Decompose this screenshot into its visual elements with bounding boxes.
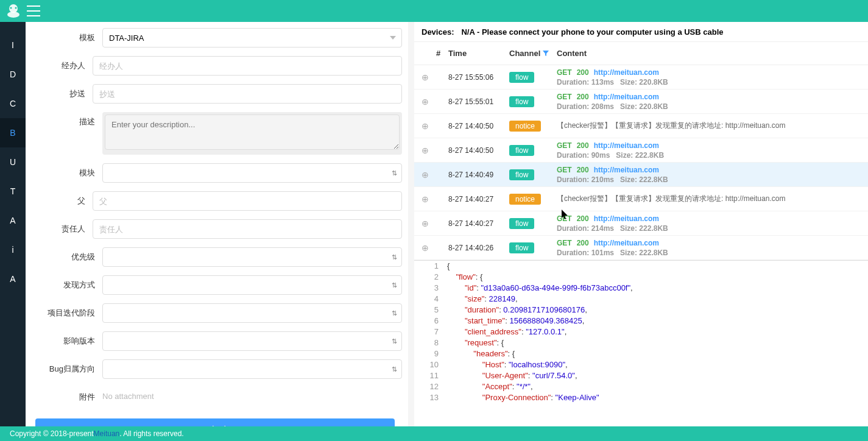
sidebar-item-i[interactable]: I bbox=[0, 30, 26, 60]
footer-suffix: . All rights reserved. bbox=[119, 429, 183, 438]
affected-version-select[interactable] bbox=[102, 331, 402, 351]
table-row[interactable]: ⊕8-27 15:55:06flowGET 200 http://meituan… bbox=[414, 65, 868, 90]
description-textarea[interactable] bbox=[105, 115, 400, 150]
assignee-label: 经办人 bbox=[35, 56, 93, 71]
devices-label: Devices: bbox=[422, 27, 454, 37]
sidebar: IDCBUTAiA bbox=[0, 22, 26, 426]
sidebar-item-d[interactable]: D bbox=[0, 60, 26, 89]
parent-input[interactable] bbox=[93, 191, 402, 211]
owner-label: 责任人 bbox=[35, 219, 93, 235]
log-table: # Time Channel Content ⊕8-27 15:55:06flo… bbox=[414, 41, 868, 260]
expand-icon[interactable]: ⊕ bbox=[414, 219, 436, 228]
header-time: Time bbox=[448, 49, 509, 58]
affected-version-label: 影响版本 bbox=[35, 331, 102, 347]
filter-icon[interactable] bbox=[543, 51, 549, 57]
expand-icon[interactable]: ⊕ bbox=[414, 170, 436, 180]
code-viewer[interactable]: 12345678910111213 { "flow": { "id": "d13… bbox=[414, 260, 868, 426]
footer-copyright: Copyright © 2018-present bbox=[10, 429, 94, 438]
iteration-label: 项目迭代阶段 bbox=[35, 303, 102, 319]
expand-icon[interactable]: ⊕ bbox=[414, 243, 436, 253]
sidebar-item-b[interactable]: B bbox=[0, 118, 26, 147]
form-panel: 模板 DTA-JIRA 经办人 抄送 描述 模块 父 bbox=[26, 22, 408, 426]
sidebar-item-a[interactable]: A bbox=[0, 206, 26, 235]
table-row[interactable]: ⊕8-27 15:55:01flowGET 200 http://meituan… bbox=[414, 90, 868, 114]
sidebar-item-t[interactable]: T bbox=[0, 177, 26, 206]
bug-direction-select[interactable] bbox=[102, 359, 402, 379]
expand-icon[interactable]: ⊕ bbox=[414, 146, 436, 155]
iteration-select[interactable] bbox=[102, 303, 402, 323]
app-logo bbox=[5, 2, 22, 19]
header-content: Content bbox=[557, 49, 868, 58]
expand-icon[interactable]: ⊕ bbox=[414, 97, 436, 107]
module-label: 模块 bbox=[35, 163, 102, 178]
found-method-label: 发现方式 bbox=[35, 275, 102, 291]
template-select[interactable]: DTA-JIRA bbox=[102, 28, 402, 48]
footer: Copyright © 2018-present Meituan . All r… bbox=[0, 426, 868, 441]
table-row[interactable]: ⊕8-27 14:40:27notice【checker报警】【重复请求】发现重… bbox=[414, 187, 868, 211]
bug-direction-label: Bug归属方向 bbox=[35, 359, 102, 375]
svg-point-3 bbox=[7, 12, 19, 18]
attachment-value: No attachment bbox=[102, 387, 154, 401]
parent-label: 父 bbox=[35, 191, 93, 206]
footer-brand-link[interactable]: Meituan bbox=[94, 429, 120, 438]
expand-icon[interactable]: ⊕ bbox=[414, 121, 436, 131]
description-label: 描述 bbox=[35, 112, 102, 127]
expand-icon[interactable]: ⊕ bbox=[414, 194, 436, 204]
hamburger-menu-icon[interactable] bbox=[27, 5, 40, 16]
priority-select[interactable] bbox=[102, 247, 402, 267]
sidebar-item-c[interactable]: C bbox=[0, 89, 26, 118]
expand-icon[interactable]: ⊕ bbox=[414, 72, 436, 82]
header-hash: # bbox=[436, 49, 448, 58]
right-panel: Devices: N/A - Please connect your phone… bbox=[414, 22, 868, 426]
submit-button[interactable]: Submit bbox=[35, 418, 395, 426]
devices-text: N/A - Please connect your phone to your … bbox=[461, 27, 723, 37]
priority-label: 优先级 bbox=[35, 247, 102, 263]
sidebar-item-i[interactable]: i bbox=[0, 235, 26, 264]
table-row[interactable]: ⊕8-27 14:40:50flowGET 200 http://meituan… bbox=[414, 138, 868, 163]
table-row[interactable]: ⊕8-27 14:40:50notice【checker报警】【重复请求】发现重… bbox=[414, 114, 868, 138]
svg-point-2 bbox=[15, 7, 17, 9]
cc-label: 抄送 bbox=[35, 84, 93, 99]
sidebar-item-u[interactable]: U bbox=[0, 147, 26, 177]
sidebar-item-a[interactable]: A bbox=[0, 264, 26, 294]
module-select[interactable] bbox=[102, 163, 402, 183]
table-row[interactable]: ⊕8-27 14:40:49flowGET 200 http://meituan… bbox=[414, 163, 868, 187]
svg-point-1 bbox=[10, 7, 12, 9]
table-row[interactable]: ⊕8-27 14:40:27flowGET 200 http://meituan… bbox=[414, 211, 868, 236]
template-label: 模板 bbox=[35, 28, 102, 43]
attachment-label: 附件 bbox=[35, 387, 102, 403]
devices-bar: Devices: N/A - Please connect your phone… bbox=[414, 22, 868, 41]
header-channel[interactable]: Channel bbox=[509, 49, 557, 58]
divider[interactable] bbox=[408, 22, 414, 426]
owner-input[interactable] bbox=[93, 219, 402, 239]
cc-input[interactable] bbox=[93, 84, 402, 104]
table-row[interactable]: ⊕8-27 14:40:26flowGET 200 http://meituan… bbox=[414, 236, 868, 260]
found-method-select[interactable] bbox=[102, 275, 402, 295]
assignee-input[interactable] bbox=[93, 56, 402, 76]
topbar bbox=[0, 0, 868, 22]
